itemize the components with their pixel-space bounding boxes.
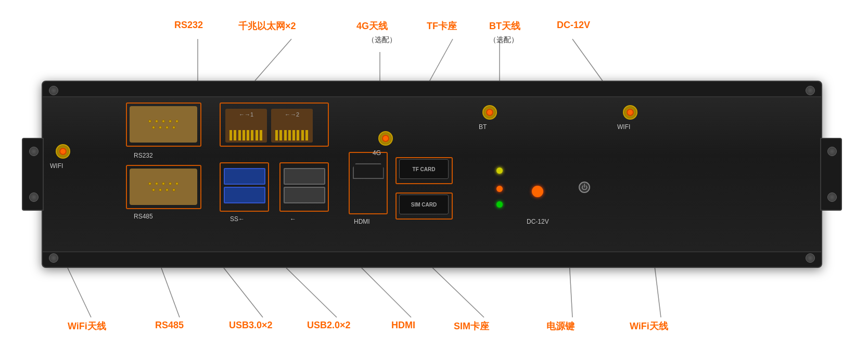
device-body: WIFI RS232: [42, 81, 822, 268]
led-green-1: [496, 201, 503, 208]
usb3-ports: [221, 163, 268, 208]
eth-port-2: ←→2: [271, 109, 313, 143]
eth-contact: [305, 130, 308, 140]
db9-pin: [175, 182, 178, 185]
label-sim-face: SIM CARD: [411, 202, 437, 208]
db9-pin: [175, 120, 178, 123]
power-button-connector[interactable]: ⏻: [579, 182, 590, 193]
db9-pin: [172, 188, 175, 191]
label-hdmi-bottom: HDMI: [391, 320, 415, 331]
db9-pin: [155, 182, 158, 185]
db9-row-3: [148, 182, 178, 185]
screw-br: [827, 192, 837, 202]
eth-contact: [279, 130, 282, 140]
wifi-ant-left-connector: [56, 144, 70, 159]
hdmi-port-body: [353, 163, 384, 179]
label-4g-sub: （选配）: [367, 35, 397, 45]
label-bt-top: BT天线: [489, 20, 520, 32]
db9-pin: [162, 182, 165, 185]
eth-port-1: ←→1: [225, 109, 267, 143]
eth2-label: ←→2: [285, 111, 299, 118]
screw-tr: [827, 147, 837, 156]
label-tf-top: TF卡座: [427, 20, 457, 32]
label-usb3-sym: SS←: [230, 215, 245, 223]
db9-row-2: [152, 126, 175, 129]
eth1-label: ←→1: [239, 111, 253, 118]
eth-contact: [247, 130, 249, 140]
label-sim-bottom: SIM卡座: [454, 320, 489, 332]
corner-screw-bl: [49, 253, 58, 263]
main-container: RS232 千兆以太网×2 4G天线 （选配） TF卡座 BT天线 （选配） D…: [0, 0, 868, 360]
db9-pin: [148, 120, 151, 123]
sim-connector-box: SIM CARD: [395, 192, 453, 220]
db9-pin: [159, 126, 162, 129]
antenna-4g-connector: [378, 131, 393, 146]
device-top-rail: [43, 82, 821, 97]
corner-screw-br: [806, 253, 815, 263]
eth1-contacts: [229, 130, 263, 140]
label-wifi-ant-bottom-left: WiFi天线: [68, 320, 106, 332]
antenna-bt-body: [482, 105, 497, 120]
db9-pin: [148, 182, 151, 185]
corner-screw-tl: [49, 86, 58, 95]
db9-pin: [159, 188, 162, 191]
db9-pin: [152, 126, 155, 129]
screw-bl: [29, 192, 39, 202]
db9-pin: [169, 120, 172, 123]
eth-contact: [238, 130, 241, 140]
db9-pin: [165, 188, 169, 191]
label-hdmi-face: HDMI: [354, 218, 370, 225]
corner-screw-tr: [806, 86, 815, 95]
label-usb2-sym: ←: [290, 215, 296, 223]
antenna-wifi-right-connector: [623, 105, 637, 120]
db9-pin: [155, 120, 158, 123]
label-wifi-right-face: WIFI: [617, 123, 630, 131]
eth-contact: [242, 130, 245, 140]
eth-contact: [284, 130, 287, 140]
rs232-connector-box: [126, 102, 201, 147]
screw-tl: [29, 147, 39, 156]
eth-contact: [292, 130, 295, 140]
label-rs232-face: RS232: [134, 152, 153, 159]
eth-contact: [288, 130, 291, 140]
db9-pin: [162, 120, 165, 123]
sim-card-slot: SIM CARD: [399, 195, 449, 214]
usb3-port-1: [224, 168, 265, 185]
mount-tab-left: [22, 138, 44, 211]
tf-connector-box: TF CARD: [395, 157, 453, 184]
eth-contact: [229, 130, 232, 140]
eth2-contacts: [275, 130, 309, 140]
label-rs232-top: RS232: [174, 20, 203, 31]
label-dc12v-top: DC-12V: [557, 20, 590, 31]
antenna-wifi-right-body: [623, 105, 637, 120]
eth-contact: [275, 130, 278, 140]
db9-pin: [165, 126, 169, 129]
led-yellow-1: [496, 168, 503, 174]
tf-card-slot: TF CARD: [399, 159, 449, 179]
ethernet-ports-row: ←→1 ←→2: [221, 104, 328, 148]
label-wifi-left-face: WIFI: [50, 162, 63, 170]
power-icon: ⏻: [581, 184, 588, 191]
rs485-connector-box: [126, 165, 201, 209]
eth-contact: [251, 130, 253, 140]
label-rs485-bottom: RS485: [155, 320, 184, 331]
eth-contact: [297, 130, 299, 140]
rs232-db9: [130, 106, 197, 143]
device-bottom-rail: [43, 251, 821, 267]
usb2-ports: [280, 163, 328, 208]
usb2-connector-box: [279, 162, 329, 212]
db9-pin: [169, 182, 172, 185]
usb2-port-1: [284, 168, 325, 185]
eth-contact: [260, 130, 262, 140]
label-dc12v-face: DC-12V: [527, 218, 549, 225]
antenna-4g-body: [378, 131, 393, 146]
db9-row-4: [152, 188, 175, 191]
eth-contact: [301, 130, 304, 140]
label-usb2-bottom: USB2.0×2: [307, 320, 351, 331]
db9-pin: [172, 126, 175, 129]
usb2-port-2: [284, 187, 325, 203]
rs485-db9: [130, 169, 197, 205]
label-wifi-ant-bottom-right: WiFi天线: [630, 320, 668, 332]
label-bt-sub: （选配）: [489, 35, 518, 45]
antenna-bt-connector: [482, 105, 497, 120]
